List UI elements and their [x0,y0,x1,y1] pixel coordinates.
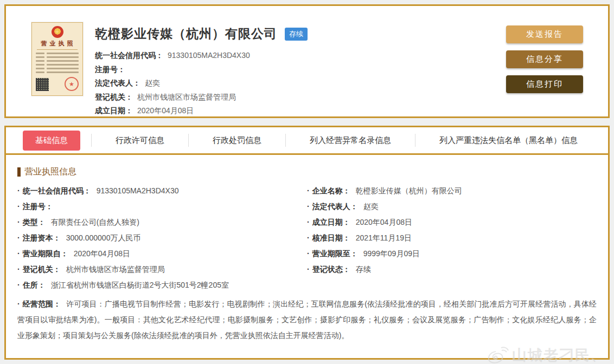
detail-row-address: ·住所：浙江省杭州市钱塘区白杨街道2号大街501号2幢205室 [17,281,597,296]
detail-row-reg-authority: ·登记机关：杭州市钱塘区市场监督管理局 [17,265,307,281]
section-header: 营业执照信息 [17,166,597,178]
detail-row-registered-capital: ·注册资本：3000.000000万人民币 [17,233,307,249]
tab-blacklist[interactable]: 列入严重违法失信名单（黑名单）信息 [415,135,602,146]
national-emblem-icon: ★ [52,26,63,38]
license-title: 营 业 执 照 [36,40,79,48]
detail-row-reg-status: ·登记状态：存续 [307,265,597,281]
detail-column-right: ·企业名称：乾橙影业传媒（杭州）有限公司 ·法定代表人：赵奕 ·成立日期：202… [307,186,597,281]
detail-row-credit-code: ·统一社会信用代码：91330105MA2H3D4X30 [17,186,307,202]
license-divider [37,49,78,50]
detail-row-legal-rep: ·法定代表人：赵奕 [307,202,597,218]
detail-row-business-scope: ·经营范围：许可项目：广播电视节目制作经营；电影发行；电视剧制作；演出经纪；互联… [17,296,597,343]
company-name-title: 乾橙影业传媒（杭州）有限公司 [95,25,277,42]
detail-row-reg-number: ·注册号： [17,202,307,218]
header-field-credit-code: 统一社会信用代码： 91330105MA2H3D4X30 [95,49,308,63]
business-scope-text: 许可项目：广播电视节目制作经营；电影发行；电视剧制作；演出经纪；互联网信息服务(… [17,300,597,340]
detail-row-company-type: ·类型：有限责任公司(自然人独资) [17,218,307,233]
company-detail-card: 基础信息 行政许可信息 行政处罚信息 列入经营异常名录信息 列入严重违法失信名单… [4,126,610,360]
header-field-reg-authority: 登记机关： 杭州市钱塘区市场监督管理局 [95,90,308,105]
tab-bar: 基础信息 行政许可信息 行政处罚信息 列入经营异常名录信息 列入严重违法失信名单… [6,127,608,155]
tab-admin-penalty[interactable]: 行政处罚信息 [189,135,285,146]
tab-admin-license[interactable]: 行政许可信息 [92,135,188,146]
send-report-button[interactable]: 发送报告 [506,25,583,43]
header-field-established: 成立日期： 2020年04月08日 [95,104,308,118]
info-print-button[interactable]: 信息打印 [506,75,583,93]
section-title: 营业执照信息 [24,166,76,178]
info-share-button[interactable]: 信息分享 [506,50,583,68]
red-stamp-icon: ★ [65,77,79,91]
qr-code-icon [36,78,49,91]
detail-row-established-date: ·成立日期：2020年04月08日 [307,218,597,233]
tab-abnormal-operations[interactable]: 列入经营异常名录信息 [286,135,415,146]
tab-basic-info[interactable]: 基础信息 [23,131,80,151]
detail-row-term-to: ·营业期限至：9999年09月09日 [307,249,597,265]
detail-row-approval-date: ·核准日期：2021年11月19日 [307,233,597,249]
header-field-reg-number: 注册号： [95,63,308,77]
detail-row-term-from: ·营业期限自：2020年04月08日 [17,249,307,265]
detail-column-left: ·统一社会信用代码：91330105MA2H3D4X30 ·注册号： ·类型：有… [17,186,307,281]
company-header-card: ★ 营 业 执 照 ★ 乾橙影业传媒（杭州）有限公司 存续 统一社会信用代码： [4,4,610,118]
status-badge: 存续 [285,28,308,41]
section-bar-icon [17,167,21,177]
detail-row-company-name: ·企业名称：乾橙影业传媒（杭州）有限公司 [307,186,597,202]
business-license-thumbnail: ★ 营 业 执 照 ★ [31,22,83,96]
header-field-legal-rep: 法定代表人： 赵奕 [95,76,308,90]
